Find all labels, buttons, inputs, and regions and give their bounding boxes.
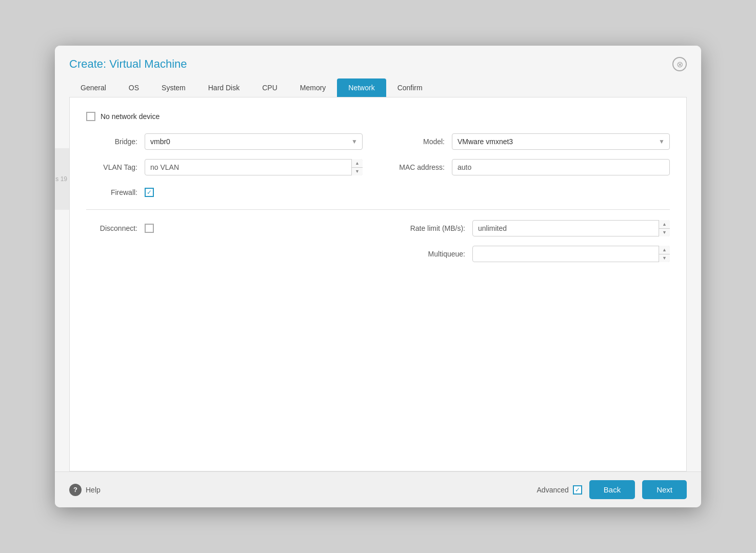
back-button[interactable]: Back	[589, 480, 635, 499]
vlan-row: VLAN Tag: ▲ ▼	[86, 159, 363, 175]
rate-limit-spinner-arrows: ▲ ▼	[659, 220, 670, 236]
multiqueue-down-arrow[interactable]: ▼	[659, 254, 670, 263]
footer-right: Advanced Back Next	[537, 480, 687, 499]
tab-os[interactable]: OS	[117, 78, 150, 97]
section-divider	[86, 209, 670, 210]
tab-general[interactable]: General	[69, 78, 117, 97]
disconnect-section: Disconnect: Rate limit (MB/s): ▲ ▼ Multi…	[86, 220, 670, 262]
mac-row: MAC address:	[393, 159, 670, 175]
vlan-spinner-wrapper: ▲ ▼	[145, 159, 363, 175]
model-label: Model:	[393, 137, 445, 146]
tab-system[interactable]: System	[150, 78, 197, 97]
mac-input[interactable]	[452, 159, 670, 175]
multiqueue-row: Multiqueue: ▲ ▼	[393, 246, 670, 262]
empty-cell	[86, 246, 363, 262]
dialog-title: Create: Virtual Machine	[69, 57, 187, 71]
disconnect-row: Disconnect:	[86, 220, 363, 236]
tab-network[interactable]: Network	[337, 78, 386, 97]
multiqueue-spinner-arrows: ▲ ▼	[659, 246, 670, 262]
tab-memory[interactable]: Memory	[289, 78, 337, 97]
firewall-row: Firewall:	[86, 188, 670, 197]
model-select-wrapper: VMware vmxnet3 ▼	[452, 133, 670, 150]
rate-limit-label: Rate limit (MB/s):	[393, 224, 465, 232]
model-row: Model: VMware vmxnet3 ▼	[393, 133, 670, 150]
no-network-label: No network device	[101, 112, 160, 121]
firewall-checkbox[interactable]	[145, 188, 154, 197]
vlan-spinner-arrows: ▲ ▼	[351, 159, 363, 175]
no-network-row: No network device	[86, 112, 670, 121]
disconnect-label: Disconnect:	[86, 224, 137, 232]
content-area: No network device Bridge: vmbr0 ▼ Model:	[69, 97, 687, 471]
rate-limit-up-arrow[interactable]: ▲	[659, 220, 670, 229]
rate-limit-row: Rate limit (MB/s): ▲ ▼	[393, 220, 670, 236]
multiqueue-input[interactable]	[472, 246, 670, 262]
advanced-checkbox[interactable]	[573, 485, 582, 495]
firewall-label: Firewall:	[86, 188, 137, 196]
advanced-label: Advanced	[537, 486, 569, 494]
form-grid: Bridge: vmbr0 ▼ Model: VMware vmxnet3 ▼	[86, 133, 670, 175]
bridge-label: Bridge:	[86, 137, 137, 146]
help-button[interactable]: ? Help	[69, 484, 101, 496]
vlan-up-arrow[interactable]: ▲	[352, 159, 363, 168]
next-button[interactable]: Next	[642, 480, 687, 499]
dialog-header: Create: Virtual Machine ⊗	[55, 46, 701, 71]
disconnect-checkbox[interactable]	[145, 224, 154, 233]
mac-label: MAC address:	[393, 163, 445, 171]
vlan-down-arrow[interactable]: ▼	[352, 168, 363, 176]
tab-cpu[interactable]: CPU	[251, 78, 289, 97]
multiqueue-up-arrow[interactable]: ▲	[659, 246, 670, 254]
vlan-label: VLAN Tag:	[86, 163, 137, 171]
advanced-row: Advanced	[537, 485, 582, 495]
help-icon: ?	[69, 484, 82, 496]
tab-hard-disk[interactable]: Hard Disk	[197, 78, 251, 97]
dialog-footer: ? Help Advanced Back Next	[55, 471, 701, 507]
close-button[interactable]: ⊗	[672, 57, 687, 71]
multiqueue-label: Multiqueue:	[393, 250, 465, 258]
vlan-input[interactable]	[145, 159, 363, 175]
no-network-checkbox[interactable]	[86, 112, 95, 121]
bridge-select[interactable]: vmbr0	[145, 133, 363, 150]
create-vm-dialog: s 19 Create: Virtual Machine ⊗ General O…	[55, 46, 701, 507]
rate-limit-input[interactable]	[472, 220, 670, 236]
rate-limit-down-arrow[interactable]: ▼	[659, 229, 670, 237]
help-label: Help	[86, 486, 101, 494]
rate-limit-spinner-wrapper: ▲ ▼	[472, 220, 670, 236]
bridge-row: Bridge: vmbr0 ▼	[86, 133, 363, 150]
tabs-bar: General OS System Hard Disk CPU Memory N…	[55, 71, 701, 97]
multiqueue-spinner-wrapper: ▲ ▼	[472, 246, 670, 262]
model-select[interactable]: VMware vmxnet3	[452, 133, 670, 150]
tab-confirm[interactable]: Confirm	[386, 78, 434, 97]
close-icon: ⊗	[677, 60, 683, 69]
bridge-select-wrapper: vmbr0 ▼	[145, 133, 363, 150]
left-edge-artifact: s 19	[55, 148, 69, 210]
